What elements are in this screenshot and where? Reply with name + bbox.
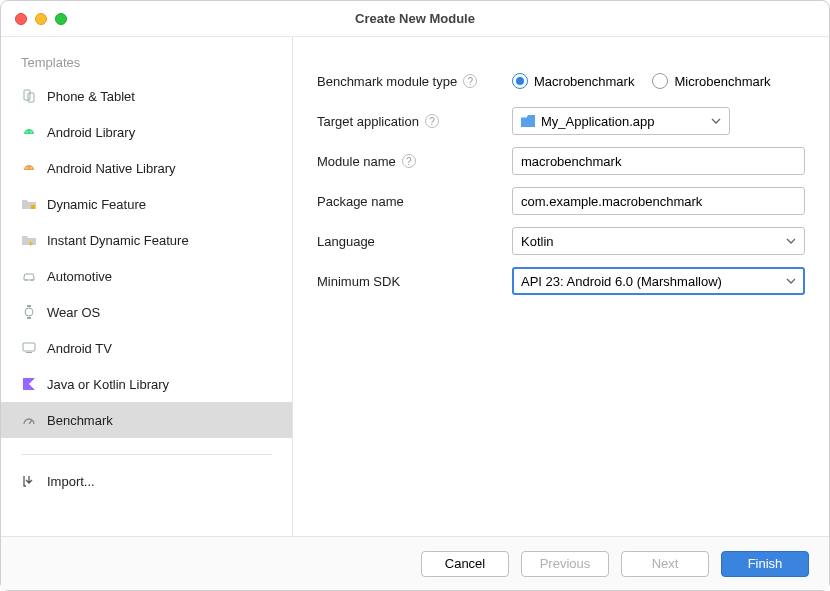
sidebar-item-label: Android TV xyxy=(47,341,112,356)
sidebar-item-label: Benchmark xyxy=(47,413,113,428)
svg-rect-10 xyxy=(27,305,31,307)
watch-icon xyxy=(21,304,37,320)
dialog-window: Create New Module Templates Phone & Tabl… xyxy=(0,0,830,591)
dialog-body: Templates Phone & Tablet Android Library… xyxy=(1,37,829,536)
sidebar-item-wear-os[interactable]: Wear OS xyxy=(1,294,292,330)
row-minimum-sdk: Minimum SDK API 23: Android 6.0 (Marshma… xyxy=(317,261,805,301)
sidebar-item-label: Android Native Library xyxy=(47,161,176,176)
sidebar-separator xyxy=(21,454,272,455)
sidebar-item-label: Dynamic Feature xyxy=(47,197,146,212)
sidebar-item-phone-tablet[interactable]: Phone & Tablet xyxy=(1,78,292,114)
chevron-down-icon xyxy=(711,114,721,129)
module-name-field[interactable] xyxy=(512,147,805,175)
svg-point-2 xyxy=(26,131,27,132)
package-name-field[interactable] xyxy=(512,187,805,215)
finish-button[interactable]: Finish xyxy=(721,551,809,577)
target-application-value: My_Application.app xyxy=(541,114,654,129)
chevron-down-icon xyxy=(786,234,796,249)
sidebar-item-automotive[interactable]: Automotive xyxy=(1,258,292,294)
language-select[interactable]: Kotlin xyxy=(512,227,805,255)
svg-point-7 xyxy=(25,279,27,281)
svg-rect-1 xyxy=(28,93,34,102)
car-icon xyxy=(21,268,37,284)
window-title: Create New Module xyxy=(1,11,829,26)
row-benchmark-type: Benchmark module type ? Macrobenchmark M… xyxy=(317,61,805,101)
radio-indicator xyxy=(512,73,528,89)
minimum-sdk-select[interactable]: API 23: Android 6.0 (Marshmallow) xyxy=(512,267,805,295)
svg-line-14 xyxy=(29,420,32,424)
sidebar-item-label: Java or Kotlin Library xyxy=(47,377,169,392)
sidebar-item-android-tv[interactable]: Android TV xyxy=(1,330,292,366)
titlebar: Create New Module xyxy=(1,1,829,37)
language-value: Kotlin xyxy=(521,234,554,249)
sidebar-item-label: Instant Dynamic Feature xyxy=(47,233,189,248)
dialog-footer: Cancel Previous Next Finish xyxy=(1,536,829,590)
row-language: Language Kotlin xyxy=(317,221,805,261)
radio-indicator xyxy=(652,73,668,89)
radio-label: Microbenchmark xyxy=(674,74,770,89)
sidebar-item-android-native-library[interactable]: Android Native Library xyxy=(1,150,292,186)
target-application-label: Target application ? xyxy=(317,114,512,129)
target-application-select[interactable]: My_Application.app xyxy=(512,107,730,135)
sidebar-item-dynamic-feature[interactable]: Dynamic Feature xyxy=(1,186,292,222)
chevron-down-icon xyxy=(786,274,796,289)
package-name-label-text: Package name xyxy=(317,194,404,209)
sidebar-item-import[interactable]: Import... xyxy=(1,463,292,499)
sidebar-item-label: Phone & Tablet xyxy=(47,89,135,104)
benchmark-icon xyxy=(21,412,37,428)
folder-icon xyxy=(21,232,37,248)
templates-sidebar: Templates Phone & Tablet Android Library… xyxy=(1,37,293,536)
row-package-name: Package name xyxy=(317,181,805,221)
benchmark-type-label-text: Benchmark module type xyxy=(317,74,457,89)
sidebar-item-label: Android Library xyxy=(47,125,135,140)
svg-rect-6 xyxy=(31,205,35,209)
sidebar-item-benchmark[interactable]: Benchmark xyxy=(1,402,292,438)
package-name-input[interactable] xyxy=(521,194,796,209)
row-target-application: Target application ? My_Application.app xyxy=(317,101,805,141)
benchmark-type-radio-group: Macrobenchmark Microbenchmark xyxy=(512,73,771,89)
module-name-label-text: Module name xyxy=(317,154,396,169)
sidebar-header: Templates xyxy=(1,51,292,78)
radio-microbenchmark[interactable]: Microbenchmark xyxy=(652,73,770,89)
svg-point-8 xyxy=(31,279,33,281)
sidebar-item-label: Import... xyxy=(47,474,95,489)
sidebar-item-label: Wear OS xyxy=(47,305,100,320)
help-icon[interactable]: ? xyxy=(425,114,439,128)
package-name-label: Package name xyxy=(317,194,512,209)
sidebar-item-instant-dynamic-feature[interactable]: Instant Dynamic Feature xyxy=(1,222,292,258)
minimum-sdk-label: Minimum SDK xyxy=(317,274,512,289)
sidebar-item-label: Automotive xyxy=(47,269,112,284)
help-icon[interactable]: ? xyxy=(402,154,416,168)
module-name-label: Module name ? xyxy=(317,154,512,169)
module-name-input[interactable] xyxy=(521,154,796,169)
svg-point-4 xyxy=(26,167,27,168)
help-icon[interactable]: ? xyxy=(463,74,477,88)
svg-point-5 xyxy=(30,167,31,168)
sidebar-item-android-library[interactable]: Android Library xyxy=(1,114,292,150)
form-panel: Benchmark module type ? Macrobenchmark M… xyxy=(293,37,829,536)
folder-icon xyxy=(21,196,37,212)
android-icon xyxy=(21,124,37,140)
radio-macrobenchmark[interactable]: Macrobenchmark xyxy=(512,73,634,89)
minimum-sdk-value: API 23: Android 6.0 (Marshmallow) xyxy=(521,274,722,289)
minimum-sdk-label-text: Minimum SDK xyxy=(317,274,400,289)
cancel-button[interactable]: Cancel xyxy=(421,551,509,577)
svg-rect-0 xyxy=(24,90,30,100)
kotlin-icon xyxy=(21,376,37,392)
svg-rect-13 xyxy=(26,352,32,353)
sidebar-item-java-kotlin-library[interactable]: Java or Kotlin Library xyxy=(1,366,292,402)
module-icon xyxy=(521,115,535,127)
target-application-label-text: Target application xyxy=(317,114,419,129)
import-icon xyxy=(21,473,37,489)
previous-button[interactable]: Previous xyxy=(521,551,609,577)
tv-icon xyxy=(21,340,37,356)
next-button[interactable]: Next xyxy=(621,551,709,577)
language-label: Language xyxy=(317,234,512,249)
android-native-icon xyxy=(21,160,37,176)
svg-point-9 xyxy=(25,308,33,316)
radio-label: Macrobenchmark xyxy=(534,74,634,89)
phone-tablet-icon xyxy=(21,88,37,104)
svg-rect-12 xyxy=(23,343,35,351)
svg-rect-11 xyxy=(27,317,31,319)
language-label-text: Language xyxy=(317,234,375,249)
